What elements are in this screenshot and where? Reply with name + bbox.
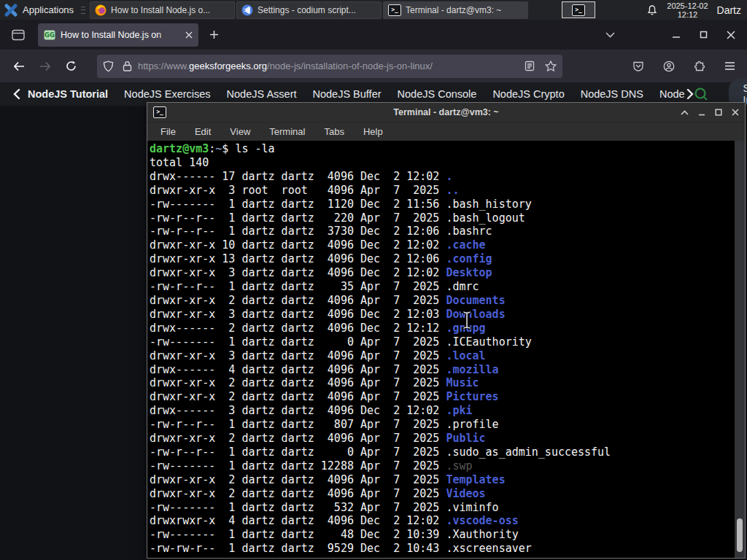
terminal-line: drwxr-xr-x 2 dartz dartz 4096 Apr 7 2025…: [150, 487, 732, 501]
terminal-icon: >_: [388, 4, 401, 16]
terminal-line: -rw-r--r-- 1 dartz dartz 220 Apr 7 2025 …: [150, 211, 732, 225]
tab-title-fade: [156, 23, 179, 47]
terminal-line: drwxrwxr-x 4 dartz dartz 4096 Dec 2 12:0…: [150, 514, 732, 528]
terminal-line: -rw-r--r-- 1 dartz dartz 807 Apr 7 2025 …: [150, 418, 732, 432]
clock-time: 12:12: [667, 10, 708, 19]
terminal-body[interactable]: dartz@vm3:~$ ls -latotal 140drwx------ 1…: [147, 141, 745, 558]
terminal-line: drwxr-xr-x 2 dartz dartz 4096 Apr 7 2025…: [150, 294, 732, 308]
window-minimize-icon[interactable]: [672, 31, 681, 39]
taskbar-button-label: How to Install Node.js o...: [111, 5, 210, 15]
tracking-shield-icon[interactable]: [103, 61, 114, 72]
user-menu[interactable]: Dartz: [717, 4, 741, 16]
nav-item-dns[interactable]: NodeJS DNS: [581, 88, 643, 100]
applications-menu-button[interactable]: Applications: [0, 0, 80, 20]
terminal-line: drwxr-xr-x 3 dartz dartz 4096 Dec 2 12:0…: [150, 308, 732, 322]
window-maximize-icon[interactable]: [700, 31, 708, 39]
terminal-line: drwxr-xr-x 10 dartz dartz 4096 Dec 2 12:…: [150, 238, 732, 252]
terminal-output: dartz@vm3:~$ ls -latotal 140drwx------ 1…: [150, 142, 732, 558]
reader-mode-icon[interactable]: [525, 61, 535, 71]
terminal-scrollbar[interactable]: [735, 141, 745, 558]
firefox-view-icon[interactable]: [9, 26, 28, 44]
reload-icon[interactable]: [61, 56, 81, 76]
taskbar-button-terminal[interactable]: >_ Terminal - dartz@vm3: ~: [383, 1, 528, 19]
workspace-terminal-mini-icon: >_: [572, 4, 585, 16]
panel-clock[interactable]: 2025-12-02 12:12: [667, 1, 708, 19]
nav-item-exercises[interactable]: NodeJS Exercises: [124, 88, 210, 100]
menu-help[interactable]: Help: [363, 126, 383, 137]
terminal-line: -rw------- 1 dartz dartz 532 Apr 7 2025 …: [150, 501, 732, 515]
taskbar-button-codium[interactable]: Settings - codium script...: [236, 1, 382, 19]
browser-toolbar: https://www.geeksforgeeks.org/node-js/in…: [0, 50, 747, 82]
nav-item-assert[interactable]: NodeJS Assert: [227, 88, 297, 100]
terminal-line: drwx------ 3 dartz dartz 4096 Dec 2 12:0…: [150, 404, 732, 418]
menu-view[interactable]: View: [230, 126, 250, 137]
terminal-line: drwxr-xr-x 3 dartz dartz 4096 Dec 2 12:0…: [150, 266, 732, 280]
url-bar[interactable]: https://www.geeksforgeeks.org/node-js/in…: [97, 55, 562, 78]
codium-icon: [241, 4, 253, 16]
terminal-line: drwxr-xr-x 2 dartz dartz 4096 Apr 7 2025…: [150, 473, 732, 487]
lock-icon[interactable]: [123, 61, 132, 71]
panel-separator-handle: [80, 4, 87, 16]
terminal-menubar: File Edit View Terminal Tabs Help: [147, 122, 745, 141]
back-icon[interactable]: [9, 57, 29, 76]
terminal-line: drwx------ 4 dartz dartz 4096 Apr 7 2025…: [150, 363, 732, 377]
terminal-minimize-icon[interactable]: [698, 109, 705, 116]
account-icon[interactable]: [659, 56, 679, 77]
nav-scroll-right-chevron-icon[interactable]: [686, 89, 694, 99]
terminal-window: >_ Terminal - dartz@vm3: ~ File Edit Vie…: [147, 102, 746, 559]
url-scheme: https://www.: [138, 61, 189, 71]
new-tab-button[interactable]: [206, 26, 222, 43]
terminal-line: dartz@vm3:~$ ls -la: [150, 142, 732, 156]
taskbar-button-label: Settings - codium script...: [258, 5, 356, 15]
terminal-scrollbar-thumb[interactable]: [737, 518, 743, 552]
terminal-line: drwxr-xr-x 13 dartz dartz 4096 Dec 2 12:…: [150, 252, 732, 266]
taskbar-button-firefox[interactable]: How to Install Node.js o...: [90, 1, 235, 19]
terminal-line: total 140: [150, 156, 732, 170]
bookmark-star-icon[interactable]: [545, 61, 557, 71]
workspace-switcher[interactable]: >_: [562, 1, 595, 18]
nav-item-tutorial[interactable]: NodeJS Tutorial: [28, 88, 108, 100]
browser-tab-bar: GG How to Install Node.js on: [0, 20, 747, 50]
window-close-icon[interactable]: [727, 31, 735, 39]
applications-label: Applications: [23, 4, 74, 15]
terminal-line: drwxr-xr-x 2 dartz dartz 4096 Apr 7 2025…: [150, 432, 732, 446]
tab-close-icon[interactable]: [185, 31, 193, 39]
gfg-favicon: GG: [44, 29, 55, 41]
terminal-maximize-icon[interactable]: [715, 109, 722, 116]
url-text: https://www.geeksforgeeks.org/node-js/in…: [138, 61, 525, 71]
terminal-window-icon: >_: [153, 106, 166, 118]
list-all-tabs-chevron-icon[interactable]: [605, 32, 615, 38]
terminal-line: drwxr-xr-x 3 dartz dartz 4096 Apr 7 2025…: [150, 349, 732, 363]
terminal-shade-icon[interactable]: [681, 110, 689, 115]
menu-tabs[interactable]: Tabs: [324, 126, 344, 137]
terminal-line: -rw------- 1 dartz dartz 48 Dec 2 10:39 …: [150, 528, 732, 542]
menu-file[interactable]: File: [160, 126, 176, 137]
forward-icon[interactable]: [35, 57, 55, 76]
desktop-panel: Applications How to Install Node.js o...…: [0, 0, 747, 20]
url-path: /node-js/installation-of-node-js-on-linu…: [267, 61, 433, 71]
menu-terminal[interactable]: Terminal: [269, 126, 305, 137]
terminal-window-title: Terminal - dartz@vm3: ~: [147, 107, 745, 117]
terminal-titlebar[interactable]: >_ Terminal - dartz@vm3: ~: [147, 103, 745, 122]
terminal-close-icon[interactable]: [732, 109, 739, 116]
nav-item-truncated[interactable]: Node: [659, 88, 685, 100]
nav-item-crypto[interactable]: NodeJS Crypto: [492, 88, 564, 100]
nav-scroll-left-chevron-icon[interactable]: [13, 89, 20, 99]
search-icon[interactable]: [694, 87, 708, 101]
menu-hamburger-icon[interactable]: [720, 57, 740, 75]
terminal-line: drwx------ 2 dartz dartz 4096 Dec 2 12:1…: [150, 322, 732, 335]
pocket-icon[interactable]: [628, 56, 649, 77]
terminal-line: -rw------- 1 dartz dartz 0 Apr 7 2025 .I…: [150, 335, 732, 349]
svg-text:GG: GG: [44, 31, 55, 39]
taskbar-button-label: Terminal - dartz@vm3: ~: [406, 5, 501, 15]
clock-date: 2025-12-02: [667, 1, 708, 10]
nav-item-buffer[interactable]: NodeJS Buffer: [313, 88, 382, 100]
menu-edit[interactable]: Edit: [195, 126, 211, 137]
nav-item-console[interactable]: NodeJS Console: [398, 88, 477, 100]
notification-bell-icon[interactable]: [646, 4, 658, 16]
firefox-icon: [95, 4, 107, 16]
browser-tab[interactable]: GG How to Install Node.js on: [38, 23, 198, 47]
extensions-icon[interactable]: [689, 56, 710, 77]
taskbar: How to Install Node.js o... Settings - c…: [90, 1, 528, 19]
terminal-line: -rw-r--r-- 1 dartz dartz 3730 Dec 2 12:0…: [150, 225, 732, 238]
